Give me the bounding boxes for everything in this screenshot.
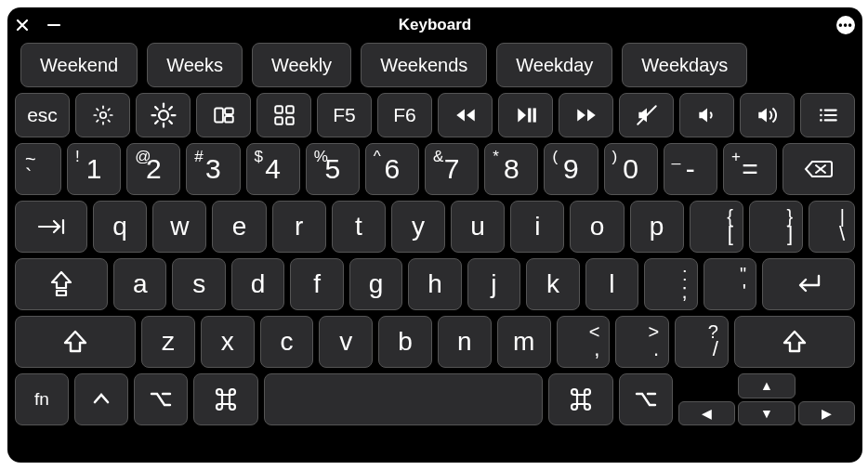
arrow-up-key[interactable]: ▲ [738, 373, 795, 398]
svg-rect-20 [225, 116, 233, 122]
key-p[interactable]: p [630, 201, 684, 253]
spacebar-key[interactable] [264, 373, 543, 425]
key-4[interactable]: $4 [246, 143, 300, 195]
arrow-right-key[interactable]: ▶ [798, 401, 855, 426]
key-7[interactable]: &7 [425, 143, 479, 195]
titlebar: Keyboard ••• [15, 13, 855, 37]
key-f[interactable]: f [290, 258, 343, 310]
bracket-right-key[interactable]: }] [749, 201, 803, 253]
key-o[interactable]: o [570, 201, 624, 253]
command-left-key[interactable] [193, 373, 258, 425]
volume-down-icon[interactable] [679, 93, 734, 137]
key-6[interactable]: ^6 [365, 143, 419, 195]
modifier-row: fn ▲ ◀ ▼ ▶ [15, 373, 855, 425]
slash-key[interactable]: ?/ [675, 316, 729, 368]
number-row: ~` !1 @2 #3 $4 %5 ^6 &7 *8 (9 )0 _- += [15, 143, 855, 195]
option-right-key[interactable] [619, 373, 673, 425]
play-pause-icon[interactable] [498, 93, 553, 137]
f6-key[interactable]: F6 [377, 93, 432, 137]
command-right-key[interactable] [548, 373, 613, 425]
key-b[interactable]: b [378, 316, 432, 368]
arrow-cluster: ▲ ◀ ▼ ▶ [678, 373, 855, 425]
backslash-key[interactable]: |\ [809, 201, 855, 253]
svg-line-14 [155, 107, 158, 110]
svg-point-30 [820, 114, 822, 117]
caps-lock-key[interactable] [15, 258, 108, 310]
quote-key[interactable]: "' [704, 258, 756, 310]
backspace-key[interactable] [783, 143, 855, 195]
key-c[interactable]: c [260, 316, 314, 368]
key-t[interactable]: t [332, 201, 386, 253]
key-w[interactable]: w [152, 201, 206, 253]
suggestion[interactable]: Weekdays [622, 43, 747, 87]
key-2[interactable]: @2 [126, 143, 180, 195]
svg-line-5 [97, 109, 99, 111]
key-d[interactable]: d [231, 258, 284, 310]
minus-key[interactable]: _- [664, 143, 717, 195]
arrow-left-key[interactable]: ◀ [678, 401, 735, 426]
suggestion[interactable]: Weekday [496, 43, 612, 87]
minimize-icon[interactable] [46, 18, 61, 33]
volume-up-icon[interactable] [740, 93, 795, 137]
key-z[interactable]: z [141, 316, 195, 368]
fast-forward-icon[interactable] [559, 93, 613, 137]
return-key[interactable] [762, 258, 855, 310]
launchpad-icon[interactable] [256, 93, 311, 137]
svg-point-32 [820, 119, 822, 122]
tab-key[interactable] [15, 201, 87, 253]
key-m[interactable]: m [497, 316, 551, 368]
key-1[interactable]: !1 [67, 143, 121, 195]
period-key[interactable]: >. [615, 316, 669, 368]
suggestion[interactable]: Weekend [20, 43, 138, 87]
key-v[interactable]: v [319, 316, 373, 368]
key-0[interactable]: )0 [604, 143, 658, 195]
key-g[interactable]: g [349, 258, 402, 310]
option-left-key[interactable] [134, 373, 188, 425]
svg-line-16 [155, 121, 158, 124]
equals-key[interactable]: += [723, 143, 777, 195]
list-icon[interactable] [800, 93, 855, 137]
bracket-left-key[interactable]: {[ [690, 201, 743, 253]
control-key[interactable] [74, 373, 128, 425]
key-5[interactable]: %5 [306, 143, 360, 195]
key-e[interactable]: e [212, 201, 266, 253]
suggestion[interactable]: Weekly [252, 43, 351, 87]
key-8[interactable]: *8 [484, 143, 538, 195]
shift-right-key[interactable] [734, 316, 855, 368]
semicolon-key[interactable]: :; [644, 258, 697, 310]
key-u[interactable]: u [451, 201, 505, 253]
key-j[interactable]: j [467, 258, 520, 310]
close-icon[interactable] [15, 18, 30, 33]
key-q[interactable]: q [93, 201, 147, 253]
shift-left-key[interactable] [15, 316, 136, 368]
f5-key[interactable]: F5 [317, 93, 372, 137]
rewind-icon[interactable] [438, 93, 493, 137]
key-l[interactable]: l [585, 258, 638, 310]
keyboard-window: Keyboard ••• Weekend Weeks Weekly Weeken… [7, 7, 862, 463]
key-y[interactable]: y [391, 201, 445, 253]
comma-key[interactable]: <, [557, 316, 611, 368]
key-x[interactable]: x [201, 316, 255, 368]
svg-line-8 [108, 109, 110, 111]
brightness-up-icon[interactable] [136, 93, 191, 137]
window-title: Keyboard [15, 16, 855, 34]
mute-icon[interactable] [619, 93, 674, 137]
key-r[interactable]: r [272, 201, 326, 253]
suggestion[interactable]: Weeks [147, 43, 243, 87]
key-k[interactable]: k [526, 258, 579, 310]
arrow-down-key[interactable]: ▼ [738, 401, 795, 426]
brightness-down-icon[interactable] [75, 93, 130, 137]
fn-key[interactable]: fn [15, 373, 69, 425]
key-i[interactable]: i [510, 201, 564, 253]
backtick-key[interactable]: ~` [15, 143, 61, 195]
key-9[interactable]: (9 [544, 143, 598, 195]
suggestion[interactable]: Weekends [361, 43, 487, 87]
more-options-icon[interactable]: ••• [836, 16, 855, 34]
key-3[interactable]: #3 [186, 143, 240, 195]
esc-key[interactable]: esc [15, 93, 70, 137]
key-a[interactable]: a [113, 258, 166, 310]
key-h[interactable]: h [408, 258, 461, 310]
key-n[interactable]: n [438, 316, 492, 368]
mission-control-icon[interactable] [196, 93, 251, 137]
key-s[interactable]: s [172, 258, 225, 310]
